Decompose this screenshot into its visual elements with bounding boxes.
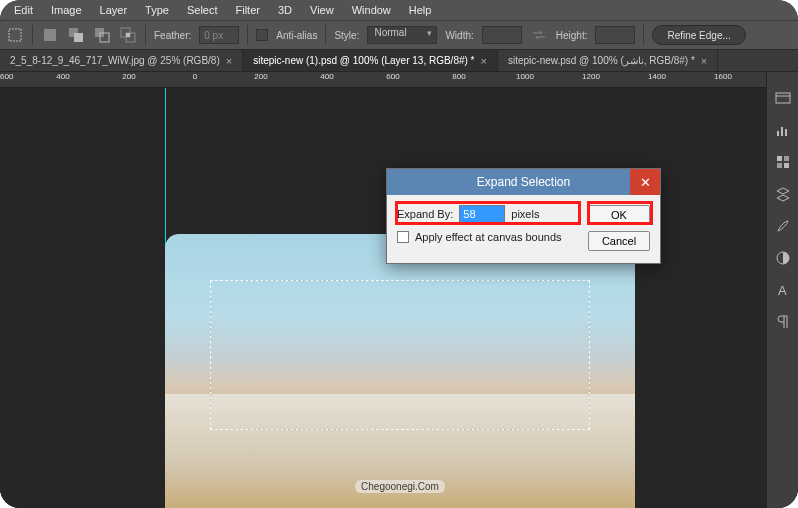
svg-rect-16 xyxy=(777,163,782,168)
svg-rect-8 xyxy=(126,33,130,37)
svg-rect-12 xyxy=(781,127,783,136)
tab-close-icon[interactable]: × xyxy=(701,55,707,67)
separator xyxy=(247,25,248,45)
swatches-icon[interactable] xyxy=(773,152,793,172)
selection-add-icon[interactable] xyxy=(67,26,85,44)
tab-doc-3[interactable]: sitepic-new.psd @ 100% (ناشر, RGB/8#) * … xyxy=(498,50,718,71)
collapsed-panels: A xyxy=(766,72,798,508)
feather-input[interactable] xyxy=(199,26,239,44)
menu-help[interactable]: Help xyxy=(401,2,440,18)
style-select[interactable]: Normal xyxy=(367,26,437,44)
svg-rect-1 xyxy=(44,29,56,41)
document-tabs: 2_5_8-12_9_46_717_WiW.jpg @ 25% (RGB/8) … xyxy=(0,50,798,72)
ruler-tick: 0 xyxy=(162,72,228,87)
workspace: 600 400 200 0 200 400 600 800 1000 1200 … xyxy=(0,72,798,508)
width-label: Width: xyxy=(445,30,473,41)
separator xyxy=(643,25,644,45)
cancel-button[interactable]: Cancel xyxy=(588,231,650,251)
expand-by-input[interactable] xyxy=(459,205,505,223)
feather-label: Feather: xyxy=(154,30,191,41)
tab-label: sitepic-new.psd @ 100% (ناشر, RGB/8#) * xyxy=(508,55,695,66)
options-bar: Feather: Anti-alias Style: Normal Width:… xyxy=(0,20,798,50)
dialog-titlebar[interactable]: Expand Selection ✕ xyxy=(387,169,660,195)
histogram-icon[interactable] xyxy=(773,120,793,140)
ruler-tick: 1400 xyxy=(624,72,690,87)
tab-close-icon[interactable]: × xyxy=(226,55,232,67)
separator xyxy=(32,25,33,45)
svg-rect-11 xyxy=(777,131,779,136)
tab-label: sitepic-new (1).psd @ 100% (Layer 13, RG… xyxy=(253,55,474,66)
ruler-tick: 1000 xyxy=(492,72,558,87)
tab-doc-1[interactable]: 2_5_8-12_9_46_717_WiW.jpg @ 25% (RGB/8) … xyxy=(0,50,243,71)
svg-rect-15 xyxy=(784,156,789,161)
canvas-image: Chegoonegi.Com xyxy=(165,234,635,508)
menu-layer[interactable]: Layer xyxy=(92,2,136,18)
menu-select[interactable]: Select xyxy=(179,2,226,18)
ruler-horizontal[interactable]: 600 400 200 0 200 400 600 800 1000 1200 … xyxy=(0,72,766,88)
swap-dimensions-icon xyxy=(530,26,548,44)
marquee-tool-icon[interactable] xyxy=(6,26,24,44)
selection-intersect-icon[interactable] xyxy=(119,26,137,44)
refine-edge-button[interactable]: Refine Edge... xyxy=(652,25,745,45)
width-input xyxy=(482,26,522,44)
paragraph-icon[interactable] xyxy=(773,312,793,332)
expand-selection-dialog: Expand Selection ✕ Expand By: pixels App… xyxy=(386,168,661,264)
menu-3d[interactable]: 3D xyxy=(270,2,300,18)
houses-illustration xyxy=(165,234,635,508)
brush-icon[interactable] xyxy=(773,216,793,236)
svg-rect-17 xyxy=(784,163,789,168)
tab-label: 2_5_8-12_9_46_717_WiW.jpg @ 25% (RGB/8) xyxy=(10,55,220,66)
tab-close-icon[interactable]: × xyxy=(481,55,487,67)
menu-type[interactable]: Type xyxy=(137,2,177,18)
dialog-title: Expand Selection xyxy=(477,175,570,189)
adjustments-icon[interactable] xyxy=(773,248,793,268)
dialog-body: Expand By: pixels Apply effect at canvas… xyxy=(387,195,660,263)
height-label: Height: xyxy=(556,30,588,41)
menu-edit[interactable]: Edit xyxy=(6,2,41,18)
ruler-tick: 200 xyxy=(228,72,294,87)
type-icon[interactable]: A xyxy=(773,280,793,300)
app-frame: Edit Image Layer Type Select Filter 3D V… xyxy=(0,0,798,508)
separator xyxy=(325,25,326,45)
ruler-tick: 200 xyxy=(96,72,162,87)
panel-icon[interactable] xyxy=(773,88,793,108)
height-input xyxy=(595,26,635,44)
svg-rect-14 xyxy=(777,156,782,161)
expand-by-label: Expand By: xyxy=(397,208,453,220)
ruler-tick: 400 xyxy=(30,72,96,87)
canvas[interactable]: Chegoonegi.Com xyxy=(0,88,766,508)
menu-window[interactable]: Window xyxy=(344,2,399,18)
menu-filter[interactable]: Filter xyxy=(228,2,268,18)
antialias-label: Anti-alias xyxy=(276,30,317,41)
tab-doc-2[interactable]: sitepic-new (1).psd @ 100% (Layer 13, RG… xyxy=(243,50,498,71)
svg-rect-3 xyxy=(74,33,83,42)
ruler-tick: 600 xyxy=(360,72,426,87)
expand-by-unit: pixels xyxy=(511,208,539,220)
menu-image[interactable]: Image xyxy=(43,2,90,18)
svg-rect-0 xyxy=(9,29,21,41)
watermark-text: Chegoonegi.Com xyxy=(355,480,445,493)
menu-view[interactable]: View xyxy=(302,2,342,18)
ruler-tick: 1600 xyxy=(690,72,756,87)
ruler-tick: 800 xyxy=(426,72,492,87)
ruler-tick: 400 xyxy=(294,72,360,87)
ruler-tick: 600 xyxy=(0,72,30,87)
separator xyxy=(145,25,146,45)
menubar: Edit Image Layer Type Select Filter 3D V… xyxy=(0,0,798,20)
style-label: Style: xyxy=(334,30,359,41)
apply-at-bounds-checkbox[interactable] xyxy=(397,231,409,243)
ruler-tick: 1200 xyxy=(558,72,624,87)
svg-rect-13 xyxy=(785,129,787,136)
selection-new-icon[interactable] xyxy=(41,26,59,44)
svg-rect-9 xyxy=(776,93,790,103)
apply-at-bounds-label: Apply effect at canvas bounds xyxy=(415,231,562,243)
dialog-close-button[interactable]: ✕ xyxy=(630,169,660,195)
layers-icon[interactable] xyxy=(773,184,793,204)
ok-button[interactable]: OK xyxy=(588,205,650,225)
antialias-checkbox xyxy=(256,29,268,41)
svg-text:A: A xyxy=(778,283,787,298)
selection-subtract-icon[interactable] xyxy=(93,26,111,44)
